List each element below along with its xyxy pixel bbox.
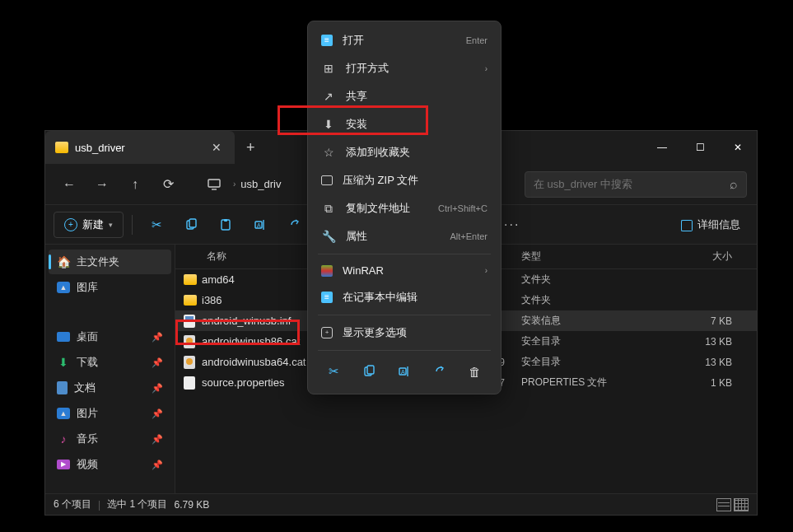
search-icon: ⌕ bbox=[730, 177, 738, 192]
view-list-button[interactable] bbox=[716, 498, 731, 511]
menu-copy-path[interactable]: ⧉复制文件地址Ctrl+Shift+C bbox=[313, 194, 496, 222]
details-pane-button[interactable]: 详细信息 bbox=[673, 212, 749, 237]
menu-open[interactable]: ≡打开Enter bbox=[313, 26, 496, 54]
file-type: 安全目录 bbox=[521, 355, 645, 369]
refresh-button[interactable]: ⟳ bbox=[154, 170, 182, 198]
copy-button[interactable] bbox=[175, 211, 207, 239]
new-tab-button[interactable]: + bbox=[235, 139, 267, 156]
rename-button[interactable]: A bbox=[245, 211, 276, 239]
col-type[interactable]: 类型 bbox=[521, 250, 645, 264]
mini-cut-button[interactable]: ✂ bbox=[320, 359, 348, 384]
file-type: 安全目录 bbox=[521, 334, 645, 348]
menu-properties[interactable]: 🔧属性Alt+Enter bbox=[313, 222, 496, 250]
pin-icon: 📌 bbox=[152, 332, 163, 343]
home-icon: 🏠 bbox=[57, 255, 70, 268]
minimize-button[interactable]: — bbox=[643, 131, 681, 164]
sidebar-item-home[interactable]: 🏠主文件夹 bbox=[49, 250, 171, 274]
status-count: 6 个项目 bbox=[54, 497, 91, 511]
menu-open-with[interactable]: ⊞打开方式› bbox=[313, 54, 496, 82]
video-icon: ▶ bbox=[57, 460, 70, 469]
menu-notepad[interactable]: ≡在记事本中编辑 bbox=[313, 283, 496, 311]
folder-icon bbox=[184, 295, 197, 306]
chevron-right-icon: › bbox=[485, 64, 487, 73]
sidebar-item-music[interactable]: ♪音乐📌 bbox=[49, 427, 171, 451]
file-size: 13 KB bbox=[645, 357, 749, 368]
maximize-button[interactable]: ☐ bbox=[681, 131, 719, 164]
pc-icon[interactable] bbox=[200, 170, 228, 198]
menu-zip[interactable]: 压缩为 ZIP 文件 bbox=[313, 166, 496, 194]
window-controls: — ☐ ✕ bbox=[643, 131, 757, 164]
folder-icon bbox=[184, 274, 197, 285]
menu-show-more[interactable]: +显示更多选项 bbox=[313, 319, 496, 347]
file-type: 文件夹 bbox=[521, 273, 645, 287]
svg-rect-0 bbox=[208, 180, 220, 187]
file-type: 安装信息 bbox=[521, 314, 645, 328]
desktop-icon bbox=[57, 332, 70, 342]
open-with-icon: ⊞ bbox=[321, 61, 336, 76]
window-tab[interactable]: usb_driver ✕ bbox=[45, 131, 235, 164]
sidebar-item-documents[interactable]: 文档📌 bbox=[49, 376, 171, 400]
details-pane-icon bbox=[681, 220, 693, 230]
mini-rename-button[interactable]: A bbox=[390, 359, 418, 384]
wrench-icon: 🔧 bbox=[321, 229, 336, 244]
details-label: 详细信息 bbox=[697, 217, 740, 232]
chevron-right-icon: › bbox=[485, 266, 487, 275]
mini-share-button[interactable] bbox=[426, 359, 454, 384]
breadcrumb-segment[interactable]: usb_driv bbox=[240, 178, 281, 190]
pin-icon: 📌 bbox=[152, 434, 163, 445]
pin-icon: 📌 bbox=[152, 383, 163, 394]
menu-share[interactable]: ↗共享 bbox=[313, 82, 496, 110]
sidebar-item-downloads[interactable]: ⬇下载📌 bbox=[49, 350, 171, 375]
copy-path-icon: ⧉ bbox=[321, 201, 336, 216]
menu-install[interactable]: ⬇安装 bbox=[313, 110, 496, 138]
sidebar-item-desktop[interactable]: 桌面📌 bbox=[49, 324, 171, 349]
pictures-icon: ▲ bbox=[57, 408, 70, 419]
file-icon bbox=[184, 315, 195, 328]
forward-button[interactable]: → bbox=[88, 170, 116, 198]
mini-copy-button[interactable] bbox=[355, 359, 383, 384]
svg-rect-10 bbox=[367, 366, 374, 374]
status-size: 6.79 KB bbox=[174, 499, 209, 511]
download-icon: ⬇ bbox=[57, 356, 70, 369]
gallery-icon: ▲ bbox=[57, 282, 70, 293]
sidebar-item-gallery[interactable]: ▲图库 bbox=[49, 275, 171, 300]
search-input[interactable] bbox=[534, 178, 723, 190]
menu-mini-toolbar: ✂ A 🗑 bbox=[313, 354, 496, 389]
file-size: 1 KB bbox=[645, 377, 749, 389]
share-button[interactable] bbox=[279, 211, 310, 239]
sidebar-item-videos[interactable]: ▶视频📌 bbox=[49, 452, 171, 477]
mini-delete-button[interactable]: 🗑 bbox=[461, 359, 489, 384]
svg-rect-5 bbox=[224, 219, 227, 222]
paste-button[interactable] bbox=[210, 211, 241, 239]
menu-favorite[interactable]: ☆添加到收藏夹 bbox=[313, 138, 496, 166]
notepad-icon: ≡ bbox=[321, 292, 333, 303]
col-size[interactable]: 大小 bbox=[645, 250, 749, 264]
folder-icon bbox=[55, 142, 68, 153]
music-icon: ♪ bbox=[57, 432, 70, 446]
menu-winrar[interactable]: WinRAR› bbox=[313, 258, 496, 283]
winrar-icon bbox=[321, 265, 333, 277]
file-type: 文件夹 bbox=[521, 293, 645, 307]
pin-icon: 📌 bbox=[152, 460, 163, 470]
pin-icon: 📌 bbox=[152, 408, 163, 419]
share-icon: ↗ bbox=[321, 89, 336, 104]
status-bar: 6 个项目 | 选中 1 个项目 6.79 KB bbox=[45, 493, 757, 515]
new-label: 新建 bbox=[82, 217, 104, 232]
file-size: 7 KB bbox=[645, 315, 749, 327]
file-size: 13 KB bbox=[645, 336, 749, 348]
new-button[interactable]: + 新建 ▾ bbox=[54, 212, 124, 238]
svg-text:A: A bbox=[401, 369, 405, 375]
pin-icon: 📌 bbox=[152, 357, 163, 368]
search-box[interactable]: ⌕ bbox=[525, 171, 747, 198]
back-button[interactable]: ← bbox=[55, 170, 83, 198]
tab-close-button[interactable]: ✕ bbox=[208, 138, 225, 157]
up-button[interactable]: ↑ bbox=[121, 170, 149, 198]
close-button[interactable]: ✕ bbox=[719, 131, 757, 164]
sidebar-item-pictures[interactable]: ▲图片📌 bbox=[49, 401, 171, 426]
path-separator-icon: › bbox=[233, 180, 236, 189]
tab-title: usb_driver bbox=[75, 142, 202, 154]
view-grid-button[interactable] bbox=[734, 498, 749, 511]
install-icon: ⬇ bbox=[321, 117, 336, 132]
cut-button[interactable]: ✂ bbox=[141, 211, 172, 239]
more-icon: + bbox=[321, 327, 333, 338]
